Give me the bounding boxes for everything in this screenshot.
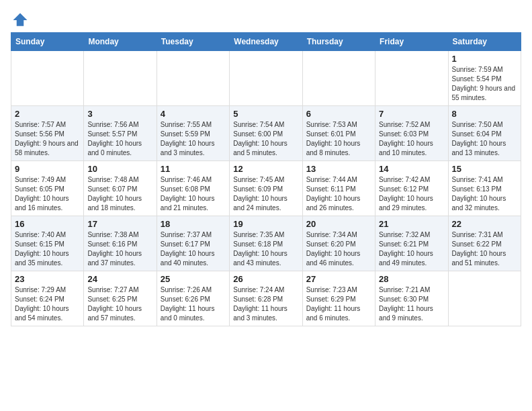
calendar-week-row: 1Sunrise: 7:59 AM Sunset: 5:54 PM Daylig… xyxy=(11,51,521,106)
calendar-day-cell: 7Sunrise: 7:52 AM Sunset: 6:03 PM Daylig… xyxy=(375,106,448,161)
day-number: 2 xyxy=(15,109,80,119)
calendar-week-row: 9Sunrise: 7:49 AM Sunset: 6:05 PM Daylig… xyxy=(11,161,521,216)
calendar-day-cell xyxy=(230,51,302,106)
day-info: Sunrise: 7:57 AM Sunset: 5:56 PM Dayligh… xyxy=(15,120,80,158)
day-number: 9 xyxy=(15,164,80,174)
day-number: 10 xyxy=(87,164,152,174)
day-info: Sunrise: 7:38 AM Sunset: 6:16 PM Dayligh… xyxy=(87,230,152,268)
calendar-day-cell: 20Sunrise: 7:34 AM Sunset: 6:20 PM Dayli… xyxy=(302,216,375,271)
day-number: 6 xyxy=(306,109,371,119)
calendar-day-cell: 4Sunrise: 7:55 AM Sunset: 5:59 PM Daylig… xyxy=(157,106,229,161)
day-number: 20 xyxy=(306,219,371,229)
calendar-day-cell: 28Sunrise: 7:21 AM Sunset: 6:30 PM Dayli… xyxy=(375,271,448,326)
day-info: Sunrise: 7:26 AM Sunset: 6:26 PM Dayligh… xyxy=(161,285,226,323)
calendar-day-cell: 24Sunrise: 7:27 AM Sunset: 6:25 PM Dayli… xyxy=(84,271,157,326)
page-header xyxy=(11,11,521,30)
svg-marker-0 xyxy=(13,13,28,26)
day-info: Sunrise: 7:23 AM Sunset: 6:29 PM Dayligh… xyxy=(306,285,371,323)
calendar-day-cell: 27Sunrise: 7:23 AM Sunset: 6:29 PM Dayli… xyxy=(302,271,375,326)
calendar-day-cell xyxy=(84,51,157,106)
calendar-day-cell: 13Sunrise: 7:44 AM Sunset: 6:11 PM Dayli… xyxy=(302,161,375,216)
calendar-day-cell: 11Sunrise: 7:46 AM Sunset: 6:08 PM Dayli… xyxy=(157,161,229,216)
calendar-header-row: SundayMondayTuesdayWednesdayThursdayFrid… xyxy=(11,33,521,51)
day-number: 14 xyxy=(379,164,444,174)
day-number: 1 xyxy=(452,54,517,64)
calendar-day-cell: 5Sunrise: 7:54 AM Sunset: 6:00 PM Daylig… xyxy=(230,106,302,161)
calendar-day-cell: 18Sunrise: 7:37 AM Sunset: 6:17 PM Dayli… xyxy=(157,216,229,271)
day-number: 13 xyxy=(306,164,371,174)
logo xyxy=(11,11,32,30)
calendar-day-cell: 3Sunrise: 7:56 AM Sunset: 5:57 PM Daylig… xyxy=(84,106,157,161)
calendar-day-cell: 25Sunrise: 7:26 AM Sunset: 6:26 PM Dayli… xyxy=(157,271,229,326)
calendar-week-row: 16Sunrise: 7:40 AM Sunset: 6:15 PM Dayli… xyxy=(11,216,521,271)
calendar-day-cell: 17Sunrise: 7:38 AM Sunset: 6:16 PM Dayli… xyxy=(84,216,157,271)
calendar-day-cell: 26Sunrise: 7:24 AM Sunset: 6:28 PM Dayli… xyxy=(230,271,302,326)
calendar-day-cell: 10Sunrise: 7:48 AM Sunset: 6:07 PM Dayli… xyxy=(84,161,157,216)
day-of-week-header: Friday xyxy=(375,33,448,51)
day-number: 26 xyxy=(233,274,298,284)
day-number: 7 xyxy=(379,109,444,119)
logo-icon xyxy=(11,11,30,30)
day-number: 19 xyxy=(233,219,298,229)
day-info: Sunrise: 7:59 AM Sunset: 5:54 PM Dayligh… xyxy=(452,65,517,103)
day-of-week-header: Thursday xyxy=(302,33,375,51)
day-info: Sunrise: 7:35 AM Sunset: 6:18 PM Dayligh… xyxy=(233,230,298,268)
day-number: 4 xyxy=(161,109,226,119)
day-number: 17 xyxy=(87,219,152,229)
day-of-week-header: Sunday xyxy=(11,33,84,51)
day-info: Sunrise: 7:27 AM Sunset: 6:25 PM Dayligh… xyxy=(87,285,152,323)
day-info: Sunrise: 7:52 AM Sunset: 6:03 PM Dayligh… xyxy=(379,120,444,158)
calendar-day-cell: 1Sunrise: 7:59 AM Sunset: 5:54 PM Daylig… xyxy=(448,51,521,106)
day-of-week-header: Wednesday xyxy=(230,33,302,51)
day-info: Sunrise: 7:31 AM Sunset: 6:22 PM Dayligh… xyxy=(452,230,517,268)
calendar-day-cell: 8Sunrise: 7:50 AM Sunset: 6:04 PM Daylig… xyxy=(448,106,521,161)
day-number: 16 xyxy=(15,219,80,229)
day-info: Sunrise: 7:44 AM Sunset: 6:11 PM Dayligh… xyxy=(306,175,371,213)
calendar-day-cell: 19Sunrise: 7:35 AM Sunset: 6:18 PM Dayli… xyxy=(230,216,302,271)
day-info: Sunrise: 7:32 AM Sunset: 6:21 PM Dayligh… xyxy=(379,230,444,268)
calendar-day-cell xyxy=(448,271,521,326)
calendar-day-cell xyxy=(11,51,84,106)
calendar-day-cell xyxy=(157,51,229,106)
calendar-table: SundayMondayTuesdayWednesdayThursdayFrid… xyxy=(11,32,521,326)
day-info: Sunrise: 7:48 AM Sunset: 6:07 PM Dayligh… xyxy=(87,175,152,213)
day-info: Sunrise: 7:46 AM Sunset: 6:08 PM Dayligh… xyxy=(161,175,226,213)
day-number: 18 xyxy=(161,219,226,229)
calendar-week-row: 2Sunrise: 7:57 AM Sunset: 5:56 PM Daylig… xyxy=(11,106,521,161)
day-number: 3 xyxy=(87,109,152,119)
calendar-day-cell: 2Sunrise: 7:57 AM Sunset: 5:56 PM Daylig… xyxy=(11,106,84,161)
day-info: Sunrise: 7:42 AM Sunset: 6:12 PM Dayligh… xyxy=(379,175,444,213)
day-number: 25 xyxy=(161,274,226,284)
calendar-day-cell: 21Sunrise: 7:32 AM Sunset: 6:21 PM Dayli… xyxy=(375,216,448,271)
day-number: 22 xyxy=(452,219,517,229)
day-number: 8 xyxy=(452,109,517,119)
day-info: Sunrise: 7:21 AM Sunset: 6:30 PM Dayligh… xyxy=(379,285,444,323)
calendar-day-cell xyxy=(375,51,448,106)
day-number: 21 xyxy=(379,219,444,229)
day-number: 27 xyxy=(306,274,371,284)
day-info: Sunrise: 7:29 AM Sunset: 6:24 PM Dayligh… xyxy=(15,285,80,323)
calendar-day-cell: 6Sunrise: 7:53 AM Sunset: 6:01 PM Daylig… xyxy=(302,106,375,161)
day-info: Sunrise: 7:55 AM Sunset: 5:59 PM Dayligh… xyxy=(161,120,226,158)
day-info: Sunrise: 7:49 AM Sunset: 6:05 PM Dayligh… xyxy=(15,175,80,213)
day-number: 23 xyxy=(15,274,80,284)
day-number: 28 xyxy=(379,274,444,284)
day-number: 11 xyxy=(161,164,226,174)
day-info: Sunrise: 7:34 AM Sunset: 6:20 PM Dayligh… xyxy=(306,230,371,268)
day-info: Sunrise: 7:50 AM Sunset: 6:04 PM Dayligh… xyxy=(452,120,517,158)
day-of-week-header: Monday xyxy=(84,33,157,51)
day-info: Sunrise: 7:37 AM Sunset: 6:17 PM Dayligh… xyxy=(161,230,226,268)
calendar-day-cell: 23Sunrise: 7:29 AM Sunset: 6:24 PM Dayli… xyxy=(11,271,84,326)
day-info: Sunrise: 7:40 AM Sunset: 6:15 PM Dayligh… xyxy=(15,230,80,268)
day-of-week-header: Tuesday xyxy=(157,33,229,51)
day-of-week-header: Saturday xyxy=(448,33,521,51)
day-number: 15 xyxy=(452,164,517,174)
day-info: Sunrise: 7:41 AM Sunset: 6:13 PM Dayligh… xyxy=(452,175,517,213)
day-info: Sunrise: 7:24 AM Sunset: 6:28 PM Dayligh… xyxy=(233,285,298,323)
calendar-day-cell: 9Sunrise: 7:49 AM Sunset: 6:05 PM Daylig… xyxy=(11,161,84,216)
day-info: Sunrise: 7:54 AM Sunset: 6:00 PM Dayligh… xyxy=(233,120,298,158)
calendar-day-cell: 22Sunrise: 7:31 AM Sunset: 6:22 PM Dayli… xyxy=(448,216,521,271)
calendar-day-cell: 12Sunrise: 7:45 AM Sunset: 6:09 PM Dayli… xyxy=(230,161,302,216)
day-number: 12 xyxy=(233,164,298,174)
day-number: 24 xyxy=(87,274,152,284)
